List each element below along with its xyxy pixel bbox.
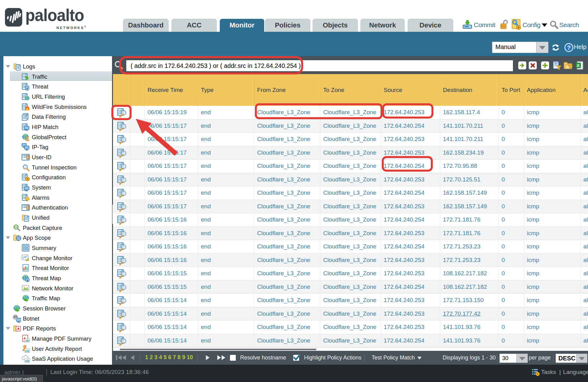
svg-text:X: X xyxy=(577,63,580,68)
svg-text:x: x xyxy=(27,278,29,282)
svg-text:x: x xyxy=(26,86,28,90)
svg-text:?: ? xyxy=(567,44,571,51)
